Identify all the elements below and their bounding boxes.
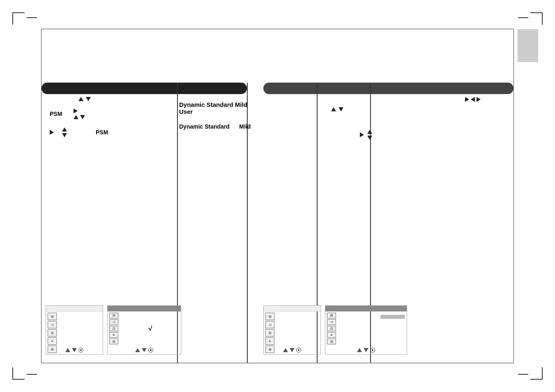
arrow-up-p1[interactable]: [65, 348, 70, 352]
panel1-bar: [46, 306, 103, 311]
arrow-right-r3[interactable]: [360, 132, 364, 137]
arrow-down-p3[interactable]: [290, 348, 295, 352]
panel2-icons: ⊟ ◁ ⊡ ≡ ⊟: [108, 311, 120, 346]
mode-display: Dynamic Standard Mild User Dynamic Stand…: [179, 101, 315, 130]
icon-sound-1[interactable]: ◁: [48, 321, 57, 328]
small-bar-4: [380, 315, 405, 319]
checkmark-2: √: [149, 325, 152, 332]
arrow-up-1[interactable]: [78, 97, 83, 101]
panel4-icons: ⊟ ◁ ⊡ ≡ ⊟: [325, 311, 338, 346]
icon-screen-2[interactable]: ⊟: [109, 313, 118, 318]
right-sidebar-bar: [518, 29, 538, 62]
panel2-bar: [108, 306, 181, 311]
arrow-down-p4[interactable]: [364, 348, 368, 352]
panel4-bar-area: [338, 311, 407, 346]
arrow-down-p2[interactable]: [142, 348, 147, 352]
icon-panel-3: ⊟ ◁ ⊡ ≡ ⊟: [263, 305, 321, 355]
icon-caption-2[interactable]: ≡: [109, 332, 118, 338]
icon-image-4[interactable]: ⊡: [327, 326, 336, 332]
icon-lock-4[interactable]: ⊟: [327, 339, 336, 344]
circle-btn-p1[interactable]: [78, 348, 83, 353]
psm-row: PSM: [50, 108, 177, 119]
arrow-up-r1[interactable]: [331, 107, 336, 111]
icon-screen-4[interactable]: ⊟: [327, 313, 336, 318]
icon-image-1[interactable]: ⊡: [48, 329, 57, 337]
dash-tl-h: [27, 17, 37, 18]
psm-label-2: PSM: [96, 129, 108, 136]
arrow-down-p1[interactable]: [72, 348, 77, 352]
arrow-up-p3[interactable]: [283, 348, 288, 352]
arrow-left-r1[interactable]: [471, 97, 475, 102]
corner-mark-bl: [12, 367, 25, 380]
arrow-down-psm[interactable]: [80, 115, 85, 119]
psm-arrows: [74, 108, 85, 119]
panel3-bar: [264, 306, 320, 311]
left-panel: PSM PSM: [46, 93, 177, 137]
arrow-down-1[interactable]: [86, 97, 91, 101]
panel2-bottom: [108, 348, 181, 353]
arrow-down-lower[interactable]: [62, 133, 67, 137]
panel4-bar: [325, 306, 407, 311]
top-arrows-row: [78, 97, 177, 101]
right-top-arrows: [465, 97, 481, 102]
right-updown-1: [331, 107, 343, 111]
panel2-check-area: √: [120, 311, 181, 346]
panel4-content: ⊟ ◁ ⊡ ≡ ⊟: [325, 311, 407, 346]
icon-caption-4[interactable]: ≡: [327, 332, 336, 338]
icon-sound-4[interactable]: ◁: [327, 319, 336, 325]
icon-screen-1[interactable]: ⊟: [48, 313, 57, 320]
icon-screen-3[interactable]: ⊟: [265, 313, 274, 320]
main-container: PSM PSM Dynamic Standard: [41, 29, 514, 363]
lower-arrow-group: [50, 130, 54, 135]
panel4-bottom: [325, 348, 407, 353]
lower-updown: [62, 127, 67, 137]
icon-sound-2[interactable]: ◁: [109, 319, 118, 325]
arrow-right-r2[interactable]: [477, 97, 481, 102]
header-bar-left: [41, 83, 247, 94]
icon-image-3[interactable]: ⊡: [265, 329, 274, 337]
arrow-up-p4[interactable]: [357, 348, 362, 352]
arrow-right-psm[interactable]: [74, 108, 78, 113]
arrow-right-lower[interactable]: [50, 130, 54, 135]
middle-panel: Dynamic Standard Mild User Dynamic Stand…: [179, 93, 315, 130]
panel2-content: ⊟ ◁ ⊡ ≡ ⊟ √: [108, 311, 181, 346]
panel3-bottom: [264, 348, 320, 353]
icon-image-2[interactable]: ⊡: [109, 326, 118, 332]
circle-btn-p4[interactable]: [370, 348, 375, 353]
arrow-down-r2[interactable]: [367, 136, 372, 140]
icon-sound-3[interactable]: ◁: [265, 321, 274, 328]
icon-caption-1[interactable]: ≡: [48, 337, 57, 345]
icon-panel-1: ⊟ ◁ ⊡ ≡ ⊟: [46, 305, 103, 355]
icon-caption-3[interactable]: ≡: [265, 337, 274, 345]
corner-mark-br: [530, 367, 543, 380]
arrow-up-p2[interactable]: [135, 348, 140, 352]
circle-btn-p3[interactable]: [296, 348, 301, 353]
lower-arrows-row: PSM: [50, 127, 177, 137]
arrow-up-r2[interactable]: [367, 130, 372, 134]
dash-bl-h: [27, 374, 37, 375]
panel1-bottom: [46, 348, 103, 353]
icon-lock-2[interactable]: ⊟: [109, 339, 118, 344]
icon-panel-4: ⊟ ◁ ⊡ ≡ ⊟: [325, 305, 407, 355]
dash-br-h: [518, 374, 528, 375]
dash-tr-h: [518, 17, 528, 18]
mode-text-sub: Dynamic Standard Mild: [179, 123, 315, 130]
psm-label: PSM: [50, 111, 62, 117]
arrow-right-r1[interactable]: [465, 97, 469, 102]
arrow-up-lower[interactable]: [62, 127, 67, 131]
icon-panel-2: ⊟ ◁ ⊡ ≡ ⊟ √: [107, 305, 181, 355]
corner-mark-tl: [12, 12, 25, 25]
circle-btn-p2[interactable]: [148, 348, 153, 353]
arrow-up-psm[interactable]: [74, 115, 78, 119]
right-mid-controls: [360, 130, 372, 140]
header-bar-right: [263, 83, 514, 94]
mode-text-main: Dynamic Standard Mild User: [179, 101, 315, 115]
arrow-down-r1[interactable]: [339, 107, 343, 111]
corner-mark-tr: [530, 12, 543, 25]
